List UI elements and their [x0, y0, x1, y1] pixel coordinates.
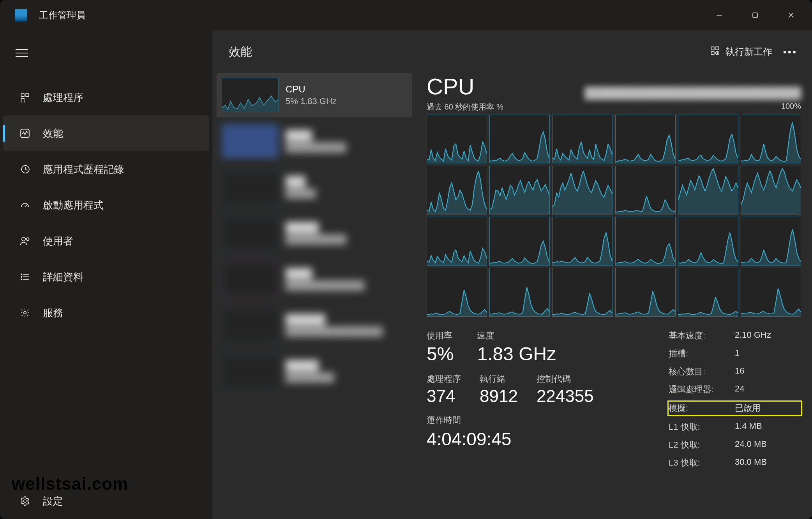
svg-point-10: [26, 238, 29, 241]
spec-label: 基本速度:: [669, 330, 735, 342]
nav-label: 使用者: [43, 234, 73, 248]
cpu-core-chart-22: [678, 268, 738, 317]
nav-startup[interactable]: 啟動應用程式: [3, 187, 209, 223]
svg-point-16: [21, 279, 22, 280]
svg-point-15: [21, 276, 22, 277]
spec-label: L2 快取:: [669, 439, 735, 451]
svg-point-18: [24, 500, 26, 503]
cpu-core-grid: [427, 115, 801, 317]
spec-value: 2.10 GHz: [735, 330, 801, 342]
resource-item-blurred[interactable]: ██████████████: [217, 119, 412, 163]
cpu-core-chart-17: [741, 217, 801, 266]
spec-label: 模擬:: [669, 402, 735, 414]
titlebar[interactable]: 工作管理員: [0, 0, 812, 30]
maximize-button[interactable]: [737, 5, 773, 25]
spec-label: 插槽:: [669, 348, 735, 360]
nav-services[interactable]: 服務: [3, 295, 209, 331]
cpu-stats: 使用率 5% 速度 1.83 GHz 處理程序: [427, 330, 801, 469]
cpu-core-chart-10: [678, 166, 738, 214]
svg-rect-21: [711, 51, 714, 55]
resource-subtext: 5% 1.83 GHz: [286, 96, 337, 106]
cpu-core-chart-13: [489, 217, 550, 266]
stat-uptime: 運作時間 4:04:09:45: [427, 414, 594, 450]
watermark: wellstsai.com: [12, 474, 128, 494]
history-icon: [19, 163, 31, 175]
resource-item-blurred[interactable]: ████████: [217, 165, 412, 209]
run-new-task-button[interactable]: 執行新工作: [710, 46, 772, 58]
svg-point-9: [22, 237, 25, 241]
spec-value: 16: [735, 366, 801, 377]
sidebar: 處理程序 效能 應用程式歷程記錄 啟動應用程式 使用者 詳細資料: [0, 30, 212, 519]
cpu-core-chart-5: [741, 115, 801, 163]
cpu-core-chart-11: [741, 166, 801, 214]
resource-item-blurred[interactable]: █████████████: [217, 349, 412, 393]
cpu-core-chart-4: [678, 115, 738, 163]
stat-speed: 速度 1.83 GHz: [477, 330, 556, 365]
graph-caption-right: 100%: [781, 102, 801, 112]
users-icon: [19, 235, 31, 247]
spec-label: 核心數目:: [669, 366, 735, 377]
more-options-button[interactable]: •••: [783, 46, 797, 58]
cpu-core-chart-16: [678, 217, 738, 266]
nav-details[interactable]: 詳細資料: [3, 259, 209, 295]
close-button[interactable]: [773, 5, 809, 25]
svg-point-14: [21, 274, 22, 275]
nav-label: 服務: [43, 306, 63, 320]
svg-rect-4: [21, 94, 24, 97]
hamburger-button[interactable]: [11, 42, 33, 64]
cpu-core-chart-12: [427, 217, 487, 266]
stat-handles: 控制代碼 224355: [537, 373, 594, 406]
minimize-button[interactable]: [701, 5, 737, 25]
nav-label: 效能: [43, 127, 63, 140]
svg-point-17: [24, 312, 26, 314]
task-manager-window: 工作管理員 處理程序 效能 應用程式歷程記錄 啟動應用程式: [0, 0, 812, 519]
gauge-icon: [19, 199, 31, 211]
gear-icon: [19, 306, 31, 319]
nav-label: 應用程式歷程記錄: [43, 163, 124, 176]
cpu-core-chart-7: [489, 166, 550, 214]
stat-processes: 處理程序 374: [427, 373, 461, 406]
cpu-core-chart-14: [552, 217, 613, 266]
spec-value: 已啟用: [735, 402, 801, 414]
resource-item-blurred[interactable]: ██████████████████████: [217, 303, 412, 347]
nav-label: 處理程序: [43, 91, 83, 105]
svg-rect-20: [716, 47, 719, 50]
resource-item-blurred[interactable]: ███████████████: [217, 211, 412, 255]
stat-utilization: 使用率 5%: [427, 330, 454, 365]
spec-value: 30.0 MB: [735, 457, 801, 469]
cpu-model-blurred: ████████████████████████████: [585, 87, 801, 99]
svg-rect-7: [21, 129, 29, 138]
cpu-core-chart-19: [489, 268, 550, 317]
cpu-core-chart-6: [427, 166, 487, 214]
cpu-core-chart-21: [615, 268, 676, 317]
cpu-thumbnail: [222, 78, 279, 112]
nav-processes[interactable]: 處理程序: [3, 80, 209, 115]
nav-users[interactable]: 使用者: [3, 223, 209, 259]
run-task-label: 執行新工作: [726, 46, 772, 58]
nav-app-history[interactable]: 應用程式歷程記錄: [3, 151, 209, 187]
app-title: 工作管理員: [39, 9, 86, 21]
resource-item-cpu[interactable]: CPU 5% 1.83 GHz: [217, 73, 412, 117]
graph-caption-left: 過去 60 秒的使用率 %: [427, 102, 503, 112]
nav-label: 詳細資料: [43, 270, 83, 284]
svg-rect-5: [26, 94, 29, 97]
nav-performance[interactable]: 效能: [3, 115, 209, 151]
settings-icon: [19, 495, 31, 507]
spec-value: 1.4 MB: [735, 421, 801, 433]
nav-label: 啟動應用程式: [43, 198, 104, 212]
spec-label: L3 快取:: [669, 457, 735, 469]
cpu-core-chart-1: [489, 115, 550, 163]
cpu-core-chart-20: [552, 268, 613, 317]
cpu-core-chart-2: [552, 115, 613, 163]
spec-value: 24: [735, 384, 801, 395]
svg-rect-1: [753, 13, 757, 18]
stat-threads: 執行緒 8912: [480, 373, 518, 406]
cpu-core-chart-8: [552, 166, 613, 214]
content-title: 效能: [229, 44, 252, 60]
cpu-core-chart-15: [615, 217, 676, 266]
cpu-core-chart-23: [741, 268, 801, 317]
resource-item-blurred[interactable]: █████████████████: [217, 257, 412, 301]
cpu-core-chart-0: [427, 115, 487, 163]
svg-rect-19: [711, 47, 714, 50]
cpu-core-chart-3: [615, 115, 676, 163]
